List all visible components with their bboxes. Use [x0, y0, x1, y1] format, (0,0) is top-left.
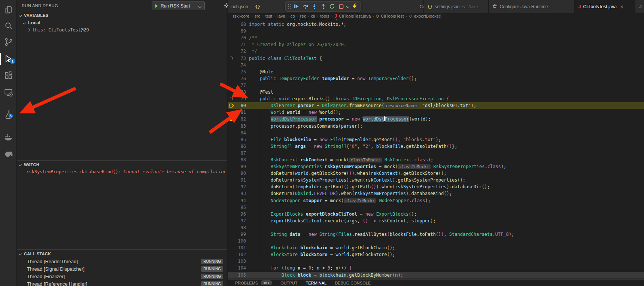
- step-over-button[interactable]: [301, 2, 310, 11]
- breadcrumb-item[interactable]: rskj-core: [233, 14, 249, 18]
- code-text: * Created by ajlopez on 26/04/2020.: [246, 41, 346, 48]
- variables-section-header[interactable]: VARIABLES: [17, 12, 227, 19]
- extensions-icon[interactable]: [4, 71, 13, 80]
- code-line-104[interactable]: 104 for (long n = 0; n < 3; n++) {: [228, 265, 644, 271]
- explorer-icon[interactable]: [4, 5, 13, 15]
- code-line-73[interactable]: 73public class CliToolsTest {: [228, 55, 644, 62]
- tab-clitoolstest-java[interactable]: J CliToolsTest.java ×: [575, 0, 635, 13]
- stop-button[interactable]: [337, 2, 346, 11]
- tab-output[interactable]: OUTPUT: [280, 281, 297, 285]
- code-line-103[interactable]: 103: [228, 258, 644, 265]
- call-stack-thread-row[interactable]: Thread [Finalizer] RUNNING: [17, 273, 227, 280]
- restart-button[interactable]: [328, 2, 337, 11]
- code-line-102[interactable]: 102 BlockStore blockStore = world.getBlo…: [228, 251, 644, 258]
- search-icon[interactable]: [4, 21, 13, 31]
- run-and-debug-icon[interactable]: 1: [4, 54, 13, 64]
- step-into-button[interactable]: [310, 2, 319, 11]
- code-line-85[interactable]: 85 File blocksFile = new File(tempFolder…: [228, 136, 644, 143]
- call-stack-section-header[interactable]: CALL STACK: [17, 250, 227, 257]
- line-number: 71: [236, 41, 246, 48]
- tab-launch-json[interactable]: nch.json: [228, 0, 251, 13]
- code-line-92[interactable]: 92 doReturn(tempFolder.getRoot().getPath…: [228, 183, 644, 190]
- variables-scope-local[interactable]: Local: [17, 19, 227, 26]
- code-line-88[interactable]: 88 RskContext rskContext = mock(classToM…: [228, 156, 644, 163]
- step-out-button[interactable]: [319, 2, 328, 11]
- code-line-78[interactable]: 78 @Test: [228, 89, 644, 95]
- code-line-95[interactable]: 95: [228, 204, 644, 211]
- code-line-76[interactable]: 76 public TemporaryFolder tempFolder = n…: [228, 75, 644, 82]
- tab-settings-json[interactable]: {} settings.json ~/.../User: [424, 0, 489, 13]
- code-line-69[interactable]: 69: [228, 28, 644, 34]
- tab-configure-java-runtime-2[interactable]: Configure Java Runtime: [489, 0, 575, 13]
- code-line-94[interactable]: 94 NodeStopper stopper = mock(classToMoc…: [228, 197, 644, 204]
- code-line-93[interactable]: 93 doReturn(DbKind.LEVEL_DB).when(rskSys…: [228, 190, 644, 197]
- elephant-icon[interactable]: [4, 149, 13, 159]
- breadcrumb-item[interactable]: exportBlocks(): [414, 14, 442, 18]
- drag-handle-icon[interactable]: [287, 2, 292, 11]
- source-control-icon[interactable]: [4, 37, 13, 47]
- code-line-96[interactable]: 96 ExportBlocks exportBlocksCliTool = ne…: [228, 211, 644, 217]
- testing-icon[interactable]: [4, 110, 13, 119]
- code-line-105[interactable]: 105 Block block = blockchain.getBlockByN…: [228, 272, 644, 279]
- code-line-97[interactable]: 97 exportBlocksCliTool.execute(args, () …: [228, 217, 644, 224]
- call-stack-thread-row[interactable]: Thread [Signal Dispatcher] RUNNING: [17, 265, 227, 273]
- code-line-79[interactable]: 79 public void exportBlocks() throws IOE…: [228, 95, 644, 102]
- code-line-87[interactable]: 87: [228, 150, 644, 156]
- breadcrumb-item[interactable]: rsk: [300, 14, 306, 18]
- tab-debug-console[interactable]: DEBUG CONSOLE: [335, 281, 371, 285]
- code-line-82[interactable]: 82 WorldDslProcessor processor = new Wor…: [228, 116, 644, 122]
- code-line-71[interactable]: 71 * Created by ajlopez on 26/04/2020.: [228, 41, 644, 48]
- breadcrumb-item[interactable]: java: [277, 14, 285, 18]
- code-line-98[interactable]: 98: [228, 224, 644, 231]
- fold-icon[interactable]: [228, 95, 236, 102]
- code-line-99[interactable]: 99 String data = new String(Files.readAl…: [228, 231, 644, 238]
- code-text: [246, 28, 249, 34]
- breadcrumb-item[interactable]: co: [291, 14, 295, 18]
- code-line-75[interactable]: 75 @Rule: [228, 69, 644, 75]
- code-line-81[interactable]: 81 World world = new World();: [228, 109, 644, 116]
- fold-icon[interactable]: [228, 55, 236, 62]
- breadcrumb-item[interactable]: tools: [320, 14, 329, 18]
- breadcrumb-item[interactable]: src: [255, 14, 260, 18]
- code-line-70[interactable]: 70/**: [228, 34, 644, 41]
- code-line-72[interactable]: 72 */: [228, 48, 644, 55]
- code-line-77[interactable]: 77: [228, 82, 644, 89]
- call-stack-thread-row[interactable]: Thread [ReaderThread] RUNNING: [17, 258, 227, 265]
- chevron-down-icon[interactable]: [346, 2, 350, 11]
- gutter: [228, 265, 236, 271]
- code-text: RskSystemProperties rskSystemProperties …: [246, 163, 506, 170]
- tab-problems[interactable]: PROBLEMS 1K+: [235, 280, 272, 285]
- current-frame-icon[interactable]: [228, 102, 236, 109]
- breadcrumb-item[interactable]: cli: [311, 14, 315, 18]
- code-text: [246, 204, 249, 211]
- code-line-80[interactable]: 80 DslParser parser = DslParser.fromReso…: [228, 102, 644, 109]
- code-line-100[interactable]: 100: [228, 238, 644, 244]
- code-line-86[interactable]: 86 String[] args = new String[]{"0", "2"…: [228, 143, 644, 150]
- code-line-84[interactable]: 84: [228, 130, 644, 136]
- code-line-68[interactable]: 68import static org.mockito.Mockito.*;: [228, 21, 644, 28]
- watch-expression-row[interactable]: rskSystemProperties.databaseKind(): Cann…: [26, 169, 225, 174]
- code-line-101[interactable]: 101 Blockchain blockchain = world.getBlo…: [228, 244, 644, 251]
- close-icon[interactable]: ×: [620, 4, 623, 9]
- hot-code-replace-icon[interactable]: [350, 2, 359, 11]
- call-stack-thread-row[interactable]: Thread [Reference Handler] RUNNING: [17, 280, 227, 286]
- code-line-74[interactable]: 74: [228, 62, 644, 69]
- lightbulb-icon[interactable]: [228, 116, 236, 122]
- docker-icon[interactable]: [4, 132, 13, 142]
- launch-configuration-dropdown[interactable]: Run RSK Start: [152, 1, 205, 10]
- remote-explorer-icon[interactable]: [4, 88, 13, 97]
- breadcrumb-item[interactable]: CliToolsTest: [381, 14, 404, 18]
- tab-terminal[interactable]: TERMINAL: [306, 281, 327, 285]
- code-editor[interactable]: 67import static org.junit.Assert.*;68imp…: [228, 19, 644, 279]
- tab-partial-java[interactable]: J: [635, 0, 644, 13]
- variable-this-row[interactable]: this: CliToolsTest@29: [17, 27, 227, 33]
- breadcrumb-item[interactable]: CliToolsTest.java: [339, 14, 371, 18]
- start-debugging-icon[interactable]: [155, 4, 158, 8]
- breadcrumb-item[interactable]: test: [265, 14, 273, 18]
- watch-section-header[interactable]: WATCH: [17, 161, 227, 168]
- continue-button[interactable]: [292, 2, 301, 11]
- code-line-90[interactable]: 90 doReturn(world.getBlockStore()).when(…: [228, 170, 644, 177]
- code-line-91[interactable]: 91 doReturn(rskSystemProperties).when(rs…: [228, 177, 644, 183]
- code-line-89[interactable]: 89 RskSystemProperties rskSystemProperti…: [228, 163, 644, 170]
- code-line-83[interactable]: 83 processor.processCommands(parser);: [228, 123, 644, 130]
